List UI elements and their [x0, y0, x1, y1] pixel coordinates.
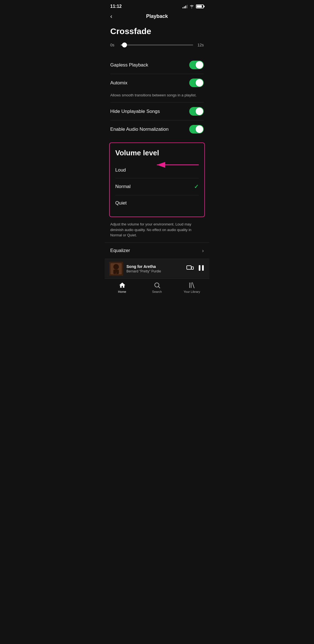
- automix-row: Automix: [110, 74, 204, 92]
- svg-rect-8: [191, 267, 193, 269]
- home-icon: [119, 282, 126, 289]
- svg-rect-10: [199, 265, 200, 271]
- hide-unplayable-label: Hide Unplayable Songs: [110, 109, 160, 114]
- pause-button[interactable]: [198, 264, 205, 273]
- volume-level-section: Volume level Loud Normal ✓ Quiet: [109, 142, 205, 217]
- svg-rect-11: [202, 265, 204, 271]
- album-art-image: ♪: [109, 262, 123, 276]
- volume-option-normal[interactable]: Normal ✓: [115, 178, 199, 195]
- crossfade-slider-row: 0s 12s: [110, 43, 204, 47]
- track-name: Song for Aretha: [126, 264, 183, 269]
- slider-min-label: 0s: [110, 43, 117, 47]
- search-nav-label: Search: [152, 290, 162, 293]
- automix-toggle[interactable]: [189, 79, 204, 87]
- bottom-nav: Home Search Your Library: [105, 279, 209, 299]
- automix-description: Allows smooth transitions between songs …: [110, 92, 204, 102]
- volume-option-loud[interactable]: Loud: [115, 162, 199, 178]
- audio-normalization-toggle[interactable]: [189, 125, 204, 134]
- main-content: Crossfade 0s 12s Gapless Playback Automi…: [105, 24, 209, 142]
- chevron-right-icon: ›: [202, 248, 204, 254]
- slider-max-label: 12s: [197, 43, 204, 47]
- volume-option-quiet[interactable]: Quiet: [115, 195, 199, 211]
- now-playing-bar[interactable]: ♪ Song for Aretha Bernard "Pretty" Purdi…: [105, 259, 209, 279]
- svg-line-13: [158, 287, 160, 288]
- signal-icon: [183, 4, 188, 8]
- hide-unplayable-row: Hide Unplayable Songs: [110, 103, 204, 120]
- track-info: Song for Aretha Bernard "Pretty" Purdie: [126, 264, 183, 273]
- nav-item-home[interactable]: Home: [105, 282, 140, 293]
- wifi-icon: [189, 4, 194, 8]
- battery-icon: [196, 4, 204, 8]
- automix-label: Automix: [110, 80, 127, 86]
- device-connect-icon[interactable]: [186, 264, 194, 273]
- search-icon: [154, 282, 161, 289]
- volume-quiet-label: Quiet: [115, 200, 127, 206]
- svg-text:♪: ♪: [116, 272, 117, 274]
- svg-rect-15: [191, 282, 191, 288]
- page-title: Playback: [146, 13, 168, 19]
- album-art: ♪: [109, 262, 123, 276]
- status-bar: 11:12: [105, 0, 209, 11]
- equalizer-row[interactable]: Equalizer ›: [105, 243, 209, 259]
- volume-level-title: Volume level: [115, 149, 199, 157]
- nav-item-library[interactable]: Your Library: [174, 282, 209, 293]
- audio-normalization-label: Enable Audio Normalization: [110, 127, 169, 132]
- slider-thumb[interactable]: [122, 42, 127, 47]
- svg-point-4: [113, 264, 119, 270]
- normal-checkmark: ✓: [194, 183, 199, 190]
- status-icons: [183, 4, 204, 8]
- nav-item-search[interactable]: Search: [140, 282, 174, 293]
- back-button[interactable]: ‹: [110, 13, 112, 20]
- home-nav-label: Home: [118, 290, 126, 293]
- equalizer-label: Equalizer: [110, 248, 130, 253]
- hide-unplayable-toggle[interactable]: [189, 107, 204, 116]
- svg-rect-14: [189, 282, 190, 288]
- svg-rect-7: [187, 266, 191, 269]
- volume-loud-label: Loud: [115, 167, 126, 173]
- gapless-playback-row: Gapless Playback: [110, 56, 204, 74]
- track-artist: Bernard "Pretty" Purdie: [126, 269, 183, 273]
- volume-description: Adjust the volume for your environment. …: [105, 217, 209, 243]
- audio-normalization-row: Enable Audio Normalization: [110, 120, 204, 138]
- player-controls: [186, 264, 205, 273]
- volume-normal-label: Normal: [115, 184, 131, 189]
- library-nav-label: Your Library: [184, 290, 200, 293]
- nav-header: ‹ Playback: [105, 11, 209, 24]
- gapless-playback-label: Gapless Playback: [110, 62, 148, 68]
- crossfade-slider[interactable]: [121, 44, 193, 46]
- crossfade-title: Crossfade: [110, 27, 204, 36]
- library-icon: [188, 282, 196, 289]
- gapless-playback-toggle[interactable]: [189, 61, 204, 69]
- status-time: 11:12: [110, 4, 122, 9]
